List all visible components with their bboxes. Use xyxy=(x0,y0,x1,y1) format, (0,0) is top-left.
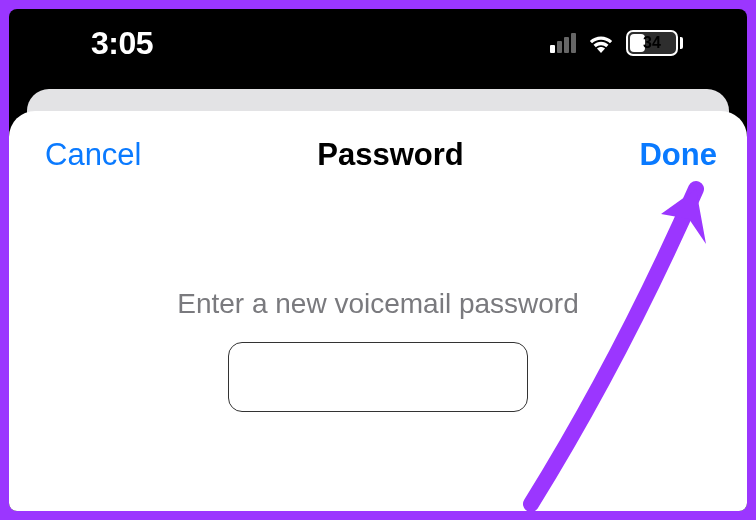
password-input[interactable] xyxy=(228,342,528,412)
cancel-button[interactable]: Cancel xyxy=(45,137,142,173)
modal-sheet: Cancel Password Done Enter a new voicema… xyxy=(9,111,747,511)
sheet-title: Password xyxy=(317,137,463,173)
prompt-label: Enter a new voicemail password xyxy=(9,288,747,320)
wifi-icon xyxy=(586,32,616,54)
done-button[interactable]: Done xyxy=(639,137,717,173)
battery-percentage: 34 xyxy=(628,34,676,52)
status-indicators: 34 xyxy=(550,30,683,56)
status-bar: 3:05 34 xyxy=(9,9,747,89)
cellular-signal-icon xyxy=(550,33,576,53)
screenshot-frame: 3:05 34 xyxy=(9,9,747,511)
battery-indicator: 34 xyxy=(626,30,683,56)
status-time: 3:05 xyxy=(91,25,153,62)
sheet-header: Cancel Password Done xyxy=(9,131,747,173)
